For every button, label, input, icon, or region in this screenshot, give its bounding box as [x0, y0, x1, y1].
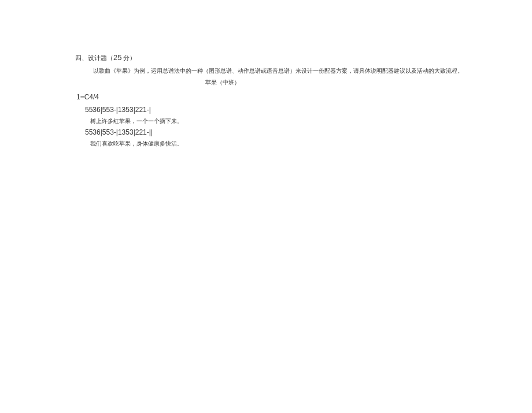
section-heading: 四、设计题（25 分） [75, 52, 532, 64]
lyrics-line-2: 我们喜欢吃苹果，身体健康多快活。 [90, 139, 532, 148]
question-text: 以歌曲《苹果》为例，运用总谱法中的一种（图形总谱、动作总谱或语音总谱）来设计一份… [93, 66, 532, 76]
heading-prefix: 四、设计题（ [75, 54, 113, 61]
heading-suffix: 分） [121, 54, 136, 61]
key-signature: 1=C4/4 [76, 92, 532, 103]
notation-line-1: 5536|553-|1353|221-| [85, 105, 532, 116]
song-title: 苹果（中班） [205, 78, 532, 87]
points-value: 25 [113, 53, 121, 62]
notation-line-2: 5536|553-|1353|221-|| [85, 127, 532, 138]
lyrics-line-1: 树上许多红苹果，一个一个摘下来。 [90, 117, 532, 126]
